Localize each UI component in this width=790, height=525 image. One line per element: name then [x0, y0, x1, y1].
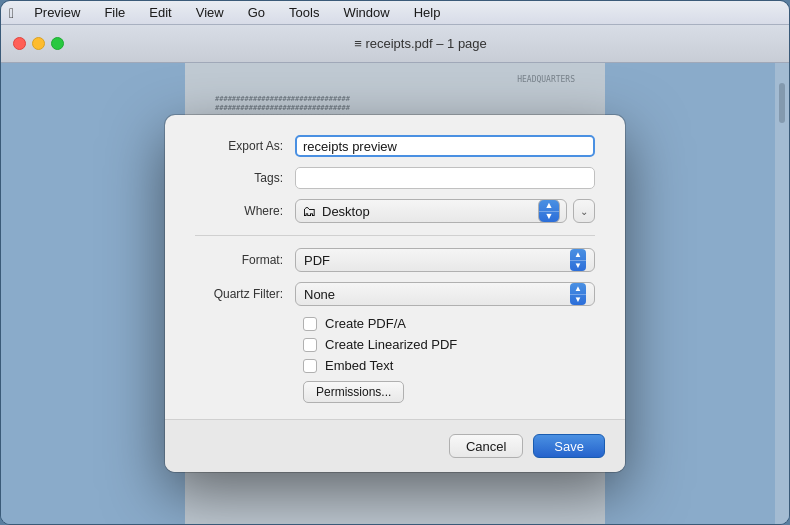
quartz-select[interactable]: None ▲ ▼ — [295, 282, 595, 306]
title-bar: ≡ receipts.pdf – 1 page — [1, 25, 789, 63]
format-control: PDF ▲ ▼ — [295, 248, 595, 272]
window-title: ≡ receipts.pdf – 1 page — [64, 36, 777, 51]
format-value: PDF — [304, 253, 570, 268]
embed-text-label: Embed Text — [325, 358, 393, 373]
permissions-button[interactable]: Permissions... — [303, 381, 404, 403]
maximize-button[interactable] — [51, 37, 64, 50]
tags-row: Tags: — [195, 167, 595, 189]
checkbox-row-1: Create PDF/A — [303, 316, 595, 331]
where-stepper[interactable]: ▲ ▼ — [538, 199, 560, 223]
stepper-down[interactable]: ▼ — [539, 212, 559, 223]
tags-control — [295, 167, 595, 189]
create-pdfa-checkbox[interactable] — [303, 317, 317, 331]
quartz-stepper-down[interactable]: ▼ — [570, 295, 586, 306]
checkbox-row-2: Create Linearized PDF — [303, 337, 595, 352]
where-label: Where: — [195, 204, 295, 218]
stepper-up[interactable]: ▲ — [539, 200, 559, 212]
tags-input[interactable] — [295, 167, 595, 189]
menu-bar:  Preview File Edit View Go Tools Window… — [1, 1, 789, 25]
embed-text-checkbox[interactable] — [303, 359, 317, 373]
close-button[interactable] — [13, 37, 26, 50]
modal-overlay: Export As: Tags: Where: — [1, 63, 789, 524]
quartz-row: Quartz Filter: None ▲ ▼ — [195, 282, 595, 306]
minimize-button[interactable] — [32, 37, 45, 50]
menu-item-go[interactable]: Go — [244, 3, 269, 22]
create-linearized-label: Create Linearized PDF — [325, 337, 457, 352]
expand-button[interactable]: ⌄ — [573, 199, 595, 223]
quartz-control: None ▲ ▼ — [295, 282, 595, 306]
menu-item-edit[interactable]: Edit — [145, 3, 175, 22]
folder-icon: 🗂 — [302, 203, 316, 219]
save-button[interactable]: Save — [533, 434, 605, 458]
format-stepper-down[interactable]: ▼ — [570, 261, 586, 272]
app-window:  Preview File Edit View Go Tools Window… — [0, 0, 790, 525]
format-select[interactable]: PDF ▲ ▼ — [295, 248, 595, 272]
export-as-input[interactable] — [295, 135, 595, 157]
cancel-button[interactable]: Cancel — [449, 434, 523, 458]
create-linearized-checkbox[interactable] — [303, 338, 317, 352]
menu-item-preview[interactable]: Preview — [30, 3, 84, 22]
tags-label: Tags: — [195, 171, 295, 185]
menu-item-tools[interactable]: Tools — [285, 3, 323, 22]
where-select[interactable]: 🗂 Desktop ▲ ▼ — [295, 199, 567, 223]
format-stepper-up[interactable]: ▲ — [570, 249, 586, 261]
divider-1 — [195, 235, 595, 236]
export-as-control — [295, 135, 595, 157]
quartz-value: None — [304, 287, 570, 302]
where-container: 🗂 Desktop ▲ ▼ ⌄ — [295, 199, 595, 223]
modal-body: Export As: Tags: Where: — [165, 115, 625, 403]
apple-menu-icon[interactable]:  — [9, 5, 14, 21]
create-pdfa-label: Create PDF/A — [325, 316, 406, 331]
where-value: Desktop — [322, 204, 532, 219]
where-row: Where: 🗂 Desktop ▲ ▼ ⌄ — [195, 199, 595, 223]
quartz-stepper-up[interactable]: ▲ — [570, 283, 586, 295]
menu-item-file[interactable]: File — [100, 3, 129, 22]
quartz-stepper[interactable]: ▲ ▼ — [570, 283, 586, 305]
main-content: HEADQUARTERS ###########################… — [1, 63, 789, 524]
menu-item-window[interactable]: Window — [339, 3, 393, 22]
format-stepper[interactable]: ▲ ▼ — [570, 249, 586, 271]
format-label: Format: — [195, 253, 295, 267]
quartz-label: Quartz Filter: — [195, 287, 295, 301]
checkbox-row-3: Embed Text — [303, 358, 595, 373]
export-as-label: Export As: — [195, 139, 295, 153]
menu-item-view[interactable]: View — [192, 3, 228, 22]
traffic-lights — [13, 37, 64, 50]
checkboxes-section: Create PDF/A Create Linearized PDF Embed… — [195, 316, 595, 403]
format-row: Format: PDF ▲ ▼ — [195, 248, 595, 272]
menu-item-help[interactable]: Help — [410, 3, 445, 22]
export-as-row: Export As: — [195, 135, 595, 157]
export-dialog: Export As: Tags: Where: — [165, 115, 625, 472]
modal-footer: Cancel Save — [165, 419, 625, 472]
